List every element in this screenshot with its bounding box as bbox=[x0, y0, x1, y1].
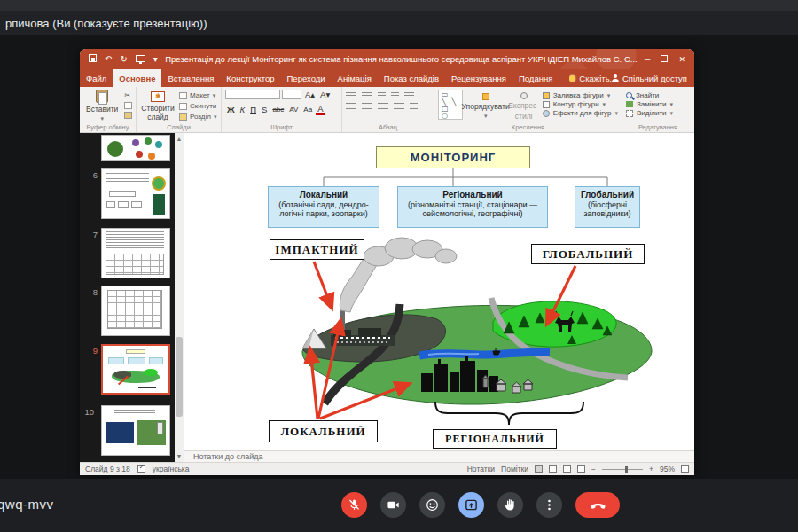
slideshow-view-icon[interactable] bbox=[577, 466, 585, 473]
share-button[interactable]: Спільний доступ bbox=[612, 69, 694, 87]
tab-insert[interactable]: Вставлення bbox=[161, 69, 220, 87]
scroll-down-icon[interactable]: ▼ bbox=[175, 450, 184, 462]
tab-design[interactable]: Конструктор bbox=[220, 69, 280, 87]
close-button[interactable]: ✕ bbox=[678, 55, 685, 64]
align-right-icon[interactable] bbox=[378, 103, 388, 111]
restore-button[interactable] bbox=[661, 55, 668, 64]
raise-hand-button[interactable] bbox=[497, 492, 523, 518]
tab-transitions[interactable]: Переходи bbox=[281, 69, 332, 87]
tab-animations[interactable]: Анімація bbox=[332, 69, 378, 87]
shape-fill-button[interactable]: Заливка фігури▾ bbox=[543, 91, 618, 99]
diagram-regional-box[interactable]: Регіональний (різноманітні станції, стац… bbox=[397, 186, 548, 228]
indent-decrease-icon[interactable] bbox=[378, 90, 386, 98]
zoom-slider-knob[interactable] bbox=[625, 466, 628, 473]
change-case-button[interactable]: Aa bbox=[301, 106, 314, 113]
reactions-button[interactable] bbox=[419, 492, 445, 518]
font-name-box[interactable] bbox=[225, 90, 280, 99]
slide-canvas[interactable]: МОНІТОРИНГ Локальний (ботанічні сади, де… bbox=[184, 133, 694, 450]
character-spacing-button[interactable]: AV bbox=[287, 106, 300, 113]
fit-to-window-icon[interactable] bbox=[681, 466, 689, 473]
thumbnail-slide-6[interactable] bbox=[101, 168, 170, 219]
font-size-box[interactable] bbox=[282, 90, 301, 99]
spellcheck-icon[interactable] bbox=[137, 466, 145, 473]
columns-icon[interactable] bbox=[410, 103, 418, 111]
shape-effects-button[interactable]: Ефекти для фігур▾ bbox=[543, 109, 618, 117]
font-color-button[interactable]: А bbox=[316, 104, 325, 115]
grow-font-icon[interactable]: А▴ bbox=[303, 90, 317, 99]
select-button[interactable]: Виділити▾ bbox=[626, 109, 673, 117]
thumbnail-slide-7[interactable] bbox=[101, 228, 170, 278]
tab-file[interactable]: Файл bbox=[80, 69, 113, 87]
zoom-level[interactable]: 95% bbox=[660, 465, 675, 473]
reading-view-icon[interactable] bbox=[563, 466, 571, 473]
label-regional[interactable]: РЕГІОНАЛЬНИЙ bbox=[433, 429, 557, 449]
slide-sorter-icon[interactable] bbox=[549, 466, 557, 473]
notes-pane[interactable]: Нотатки до слайда bbox=[184, 450, 694, 462]
section-button[interactable]: Розділ▾ bbox=[179, 113, 216, 121]
zoom-slider[interactable] bbox=[602, 469, 643, 470]
undo-icon[interactable]: ↶ bbox=[105, 54, 112, 64]
align-center-icon[interactable] bbox=[362, 103, 372, 111]
tab-home[interactable]: Основне bbox=[113, 69, 161, 87]
diagram-local-box[interactable]: Локальний (ботанічні сади, дендро- логіч… bbox=[268, 186, 379, 228]
label-global[interactable]: ГЛОБАЛЬНИЙ bbox=[531, 244, 645, 264]
camera-button[interactable] bbox=[380, 492, 406, 518]
line-spacing-icon[interactable] bbox=[404, 90, 414, 98]
indent-increase-icon[interactable] bbox=[391, 90, 399, 98]
reset-button[interactable]: Скинути bbox=[179, 102, 216, 110]
tab-slideshow[interactable]: Показ слайдів bbox=[378, 69, 445, 87]
minimize-button[interactable]: ─ bbox=[645, 55, 650, 64]
diagram-root-box[interactable]: МОНІТОРИНГ bbox=[376, 146, 530, 168]
numbering-icon[interactable] bbox=[362, 90, 372, 98]
scrollbar-thumb[interactable] bbox=[176, 337, 183, 417]
zoom-in-icon[interactable]: + bbox=[649, 465, 653, 473]
scroll-up-icon[interactable]: ▲ bbox=[175, 133, 184, 145]
redo-icon[interactable]: ↻ bbox=[120, 54, 127, 64]
paste-button[interactable]: Вставити ▾ bbox=[83, 90, 121, 122]
diagram-global-box[interactable]: Глобальний (біосферні заповідники) bbox=[575, 186, 640, 228]
copy-icon[interactable] bbox=[124, 102, 132, 109]
thumbnail-slide-10[interactable] bbox=[101, 405, 170, 456]
present-screen-button[interactable] bbox=[458, 492, 484, 518]
normal-view-icon[interactable] bbox=[535, 466, 543, 473]
thumbnail-scrollbar[interactable]: ▲ ▼ bbox=[175, 133, 184, 462]
landscape-illustration[interactable] bbox=[184, 133, 694, 450]
strikethrough-button[interactable]: abc bbox=[270, 106, 286, 113]
language-indicator[interactable]: українська bbox=[153, 465, 190, 473]
arrange-button[interactable]: Упорядкувати ▾ bbox=[466, 90, 505, 122]
justify-icon[interactable] bbox=[394, 103, 404, 111]
leave-call-button[interactable] bbox=[575, 492, 620, 518]
slideshow-icon[interactable] bbox=[136, 54, 145, 64]
label-local[interactable]: ЛОКАЛЬНИЙ bbox=[269, 420, 378, 442]
shape-outline-button[interactable]: Контур фігури▾ bbox=[543, 100, 618, 108]
thumbnail-slide-8[interactable] bbox=[101, 286, 170, 336]
zoom-out-icon[interactable]: − bbox=[591, 465, 596, 473]
replace-button[interactable]: Замінити▾ bbox=[626, 100, 673, 108]
thumbnail-slide-9-selected[interactable] bbox=[101, 344, 170, 395]
shrink-font-icon[interactable]: А▾ bbox=[318, 90, 332, 99]
save-icon[interactable] bbox=[89, 54, 97, 64]
more-options-button[interactable] bbox=[536, 492, 562, 518]
quick-styles-button[interactable]: Експрес- стилі bbox=[509, 90, 539, 122]
text-shadow-button[interactable]: S bbox=[260, 105, 269, 114]
format-painter-icon[interactable] bbox=[124, 112, 132, 119]
arrange-icon bbox=[482, 93, 489, 100]
microphone-off-button[interactable] bbox=[341, 492, 367, 518]
bold-button[interactable]: Ж bbox=[225, 105, 237, 114]
tab-view[interactable]: Подання bbox=[512, 69, 559, 87]
underline-button[interactable]: П bbox=[248, 105, 258, 114]
find-button[interactable]: Знайти bbox=[626, 91, 673, 99]
layout-button[interactable]: Макет▾ bbox=[179, 91, 216, 99]
new-slide-button[interactable]: Створити слайд bbox=[140, 90, 176, 122]
align-left-icon[interactable] bbox=[346, 103, 356, 111]
comments-toggle[interactable]: Помітки bbox=[501, 465, 528, 473]
shapes-gallery[interactable]: ▭ ╲ ╲ □ ○ ▭ △ ⌐ ¬ ⇦ ⇩ ⌂ ☆ ( ) { } ∿ bbox=[438, 90, 463, 120]
italic-button[interactable]: К bbox=[239, 105, 247, 114]
tell-me-box[interactable]: Скажіть, що потрібно зробити... bbox=[569, 69, 612, 87]
notes-toggle[interactable]: Нотатки bbox=[467, 465, 495, 473]
label-impact[interactable]: ІМПАКТНИЙ bbox=[270, 239, 364, 260]
bullets-icon[interactable] bbox=[346, 90, 356, 98]
cut-icon[interactable]: ✂ bbox=[124, 91, 132, 99]
tab-review[interactable]: Рецензування bbox=[445, 69, 512, 87]
thumbnail-slide-5[interactable] bbox=[101, 135, 170, 161]
